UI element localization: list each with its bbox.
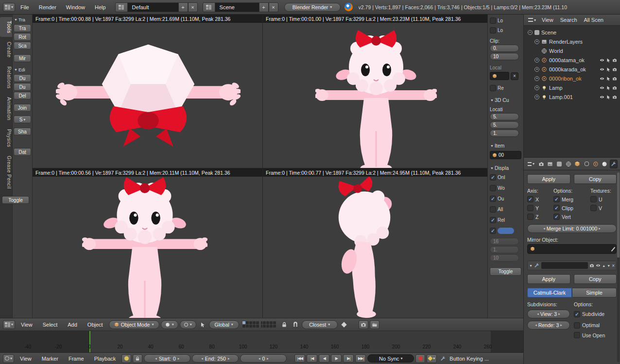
shade-smooth-button[interactable]: Sha	[14, 128, 31, 135]
tab-constraints[interactable]	[583, 160, 590, 168]
renderability-icon[interactable]	[612, 58, 617, 63]
keying-set-select[interactable]: Button Keying ...	[449, 356, 489, 362]
npanel-toggle-button[interactable]: Toggle	[490, 267, 521, 276]
mode-select[interactable]: Object Mode▾	[109, 320, 159, 329]
subsurf-modifier-header[interactable]: ▼ ▲ ▼ ×	[527, 261, 617, 270]
vertex-groups-checkbox[interactable]: ✓	[553, 214, 560, 220]
menu-object[interactable]: Object	[83, 320, 107, 329]
use-opensubdiv-checkbox[interactable]: ✓	[574, 332, 580, 338]
cursor-x-field[interactable]: 5.	[490, 113, 519, 120]
timeline-menu-playback[interactable]: Playback	[90, 354, 121, 363]
renderability-icon[interactable]	[612, 95, 617, 99]
outliner-editor-type-icon[interactable]: ▾	[527, 16, 537, 24]
timeline-menu-frame[interactable]: Frame	[64, 354, 88, 363]
clipping-checkbox[interactable]: ✓	[553, 205, 560, 211]
selectability-icon[interactable]	[606, 95, 611, 99]
timeline-canvas[interactable]: -40 -20 0 20 40 60 80 100 120 140 160 18…	[0, 331, 523, 352]
optimal-display-checkbox[interactable]: ✓	[574, 322, 580, 329]
browse-scene-icon[interactable]	[203, 2, 215, 12]
outliner-item-atama[interactable]: + 0000atama_ok	[525, 55, 619, 65]
expand-modifier-icon[interactable]: ▼	[529, 264, 533, 267]
timeline-menu-view[interactable]: View	[16, 354, 36, 363]
outliner-item-renderlayers[interactable]: + RenderLayers	[525, 37, 619, 46]
selectability-icon[interactable]	[606, 76, 611, 81]
visibility-eye-icon[interactable]	[600, 76, 604, 81]
clear-camera-button[interactable]: ×	[511, 72, 518, 80]
current-frame-field[interactable]: ◂0▸	[240, 354, 287, 363]
selectability-icon[interactable]	[606, 58, 611, 63]
render-engine-select[interactable]: Blender Render▾	[284, 3, 341, 12]
tab-world[interactable]	[565, 160, 572, 168]
outliner-item-lamp[interactable]: + Lamp	[525, 83, 619, 92]
grid-scale-field[interactable]: 1.	[490, 246, 519, 253]
view-subdivisions-field[interactable]: ◂View:3▸	[527, 310, 570, 318]
tab-object-data[interactable]	[592, 160, 600, 168]
snap-target-icon[interactable]	[339, 320, 349, 329]
visibility-eye-icon[interactable]	[600, 95, 604, 99]
outliner-menu-view[interactable]: View	[539, 16, 556, 24]
frame-end-field[interactable]: ◂End:250▸	[192, 354, 239, 363]
subsurf-apply-button[interactable]: Apply	[527, 274, 570, 284]
eyedropper-icon[interactable]	[611, 247, 616, 251]
render-border-checkbox[interactable]: ✓	[490, 85, 496, 91]
outliner-item-lamp-001[interactable]: + Lamp.001	[525, 92, 619, 101]
merge-limit-field[interactable]: ◂ Merge Limit: 0.001000 ▸	[527, 224, 617, 233]
viewport-front-view-2[interactable]: Frame:0 | Time:00:00.56 | Ve:1897 Fa:329…	[33, 168, 262, 318]
transform-panel-header[interactable]: ▼Tra	[14, 16, 31, 23]
renderability-icon[interactable]	[612, 85, 617, 90]
delete-button[interactable]: Del	[14, 92, 31, 99]
outline-selected-checkbox[interactable]: ✓	[490, 196, 496, 202]
rotate-button[interactable]: Rot	[14, 33, 31, 41]
menu-render[interactable]: Render	[34, 3, 61, 12]
grid-subdivisions-field[interactable]: 10	[490, 254, 519, 262]
toggle-button[interactable]: Toggle	[2, 196, 29, 204]
clip-start-field[interactable]: 0.	[490, 45, 519, 52]
screen-layout-field[interactable]: Default	[128, 2, 178, 12]
outliner-menu-search[interactable]: Search	[558, 16, 580, 24]
menu-add[interactable]: Add	[63, 320, 82, 329]
timeline-lock-icon[interactable]	[133, 354, 142, 363]
tab-grease-pencil[interactable]: Grease Pencil	[0, 152, 12, 193]
join-button[interactable]: Join	[14, 104, 31, 112]
outliner-item-karada[interactable]: + 0000karada_ok	[525, 65, 619, 74]
world-background-checkbox[interactable]: ✓	[490, 185, 496, 191]
all-origins-checkbox[interactable]: ✓	[490, 206, 496, 213]
properties-editor-type-icon[interactable]: ▾	[526, 160, 536, 168]
viewport-editor-type-icon[interactable]: ▾	[3, 320, 15, 329]
tab-material[interactable]	[601, 160, 608, 168]
delete-modifier-icon[interactable]: ×	[612, 263, 615, 268]
mirror-apply-button[interactable]: Apply	[527, 174, 570, 184]
shading-select[interactable]: ▾	[161, 320, 178, 329]
menu-file[interactable]: File	[16, 3, 34, 12]
orientation-select[interactable]: Global▾	[209, 320, 239, 329]
tab-render-layers[interactable]	[547, 160, 554, 168]
editor-type-icon[interactable]: ▾	[3, 3, 15, 12]
grid-lines-field[interactable]: 16	[490, 238, 519, 245]
timeline-menu-marker[interactable]: Marker	[37, 354, 63, 363]
expand-icon[interactable]: +	[534, 67, 539, 72]
menu-window[interactable]: Window	[62, 3, 89, 12]
mirror-button[interactable]: Mir	[14, 54, 31, 62]
modifier-visibility-icon[interactable]	[596, 263, 601, 268]
translate-button[interactable]: Tra	[14, 24, 31, 32]
collapse-icon[interactable]: −	[528, 30, 533, 35]
auto-keyframe-button[interactable]	[415, 354, 425, 363]
play-reverse-button[interactable]: ◀	[319, 354, 329, 363]
outliner-item-scene[interactable]: − Scene	[525, 28, 619, 37]
lock-icon[interactable]	[279, 320, 289, 329]
item-panel-header[interactable]: ▼Item	[490, 142, 521, 149]
scene-name-field[interactable]: Scene	[215, 2, 259, 12]
add-screen-button[interactable]: +	[178, 2, 188, 12]
local-camera-field[interactable]	[490, 72, 509, 80]
duplicate-linked-button[interactable]: Du	[14, 83, 31, 91]
move-up-icon[interactable]: ▲	[602, 264, 605, 267]
properties-scrollbar[interactable]	[617, 172, 620, 362]
modifier-render-icon[interactable]	[589, 263, 594, 268]
sync-select[interactable]: No Sync▾	[367, 354, 414, 363]
delete-scene-button[interactable]: ×	[269, 2, 278, 12]
axis-x-checkbox[interactable]: ✓	[527, 196, 534, 202]
menu-help[interactable]: Help	[90, 3, 110, 12]
axis-y-checkbox[interactable]: ✓	[527, 205, 534, 211]
simple-button[interactable]: Simple	[572, 288, 617, 298]
texture-v-checkbox[interactable]: ✓	[590, 205, 597, 211]
